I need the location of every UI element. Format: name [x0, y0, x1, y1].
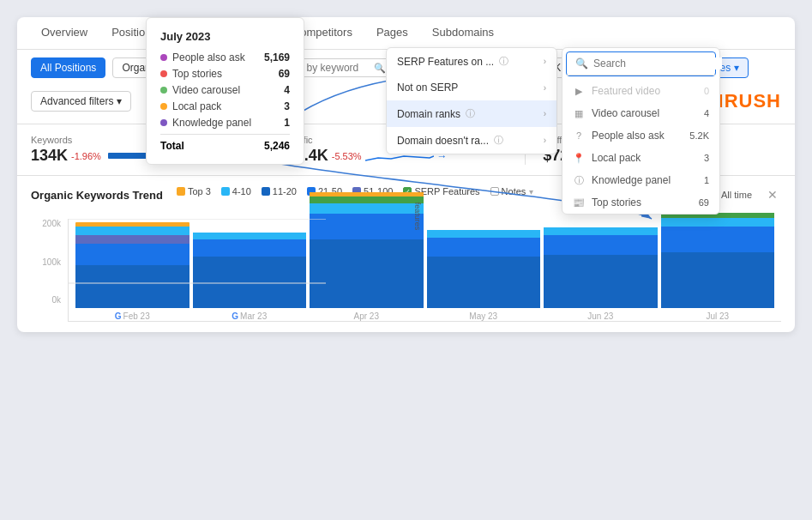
featured-video-icon: ▶: [573, 85, 585, 97]
close-trend-btn[interactable]: ✕: [764, 188, 781, 202]
chart-month-may: May 23: [427, 222, 541, 321]
info-icon-3: ⓘ: [494, 134, 503, 147]
local-pack-icon: 📍: [573, 152, 585, 164]
chart-month-jun: Jun 23: [544, 222, 658, 321]
parent-dropdown-menu: SERP Features on ... ⓘ › Not on SERP › D…: [386, 47, 557, 154]
tab-overview[interactable]: Overview: [31, 17, 98, 49]
chart-y-axis: 200k 100k 0k: [31, 219, 61, 322]
chevron-right-icon: ›: [544, 57, 546, 66]
tooltip-row-1: Top stories 69: [160, 68, 290, 80]
chevron-right-icon: ›: [544, 83, 546, 93]
chevron-down-icon: ▾: [734, 62, 739, 74]
knowledge-panel-icon: ⓘ: [573, 174, 585, 186]
dropdown-item-domain-doesnt-rank[interactable]: Domain doesn't ra... ⓘ ›: [387, 127, 556, 154]
chevron-right-icon: ›: [544, 136, 546, 145]
nav-tabs-bar: Overview Positions Position Changes Comp…: [17, 17, 795, 50]
trend-title: Organic Keywords Trend: [31, 189, 163, 202]
sub-item-knowledge-panel[interactable]: ⓘ Knowledge panel 1: [562, 169, 719, 191]
tooltip-row-4: Knowledge panel 1: [160, 117, 290, 129]
sub-dropdown-menu: 🔍 ▶ Featured video 0 ▦ Video carousel 4 …: [562, 47, 720, 215]
search-input[interactable]: [593, 57, 722, 70]
tooltip-row-2: Video carousel 4: [160, 84, 290, 96]
chart-bars: G Feb 23: [68, 219, 781, 322]
search-box: 🔍: [567, 52, 715, 76]
legend-notes[interactable]: Notes ▾: [490, 186, 534, 197]
chevron-right-icon: ›: [544, 109, 546, 118]
all-positions-btn[interactable]: All Positions: [31, 57, 105, 78]
search-box-wrapper: 🔍: [566, 51, 716, 76]
search-icon: 🔍: [575, 57, 588, 70]
chart-month-feb: G Feb 23: [75, 222, 189, 321]
legend-4-10[interactable]: 4-10: [221, 186, 251, 197]
dropdown-item-serp-features[interactable]: SERP Features on ... ⓘ ›: [387, 48, 556, 75]
tooltip-title: July 2023: [160, 30, 290, 43]
dropdown-item-not-on-serp[interactable]: Not on SERP ›: [387, 75, 556, 100]
time-all-btn[interactable]: All time: [716, 188, 757, 202]
top-stories-icon: 📰: [573, 197, 585, 209]
tooltip-row-3: Local pack 3: [160, 100, 290, 112]
legend-top3[interactable]: Top 3: [177, 186, 211, 197]
sub-item-featured-video[interactable]: ▶ Featured video 0: [562, 80, 719, 102]
sub-item-video-carousel[interactable]: ▦ Video carousel 4: [562, 102, 719, 124]
sub-item-local-pack[interactable]: 📍 Local pack 3: [562, 147, 719, 169]
chart-area: 200k 100k 0k: [31, 210, 781, 322]
keywords-change: -1.96%: [71, 151, 101, 161]
legend-11-20[interactable]: 11-20: [262, 186, 297, 197]
video-carousel-icon: ▦: [573, 107, 585, 119]
traffic-change: -5.53%: [332, 151, 362, 161]
tooltip-row-0: People also ask 5,169: [160, 51, 290, 63]
sub-item-people-also-ask[interactable]: ? People also ask 5.2K: [562, 124, 719, 147]
info-icon-0: ⓘ: [499, 55, 508, 68]
chevron-down-icon: ▾: [117, 95, 122, 107]
july-tooltip: July 2023 People also ask 5,169 Top stor…: [146, 17, 304, 165]
tab-subdomains[interactable]: Subdomains: [422, 17, 504, 49]
tab-pages[interactable]: Pages: [366, 17, 418, 49]
dropdown-item-domain-ranks[interactable]: Domain ranks ⓘ ›: [387, 100, 556, 127]
sub-item-top-stories[interactable]: 📰 Top stories 69: [562, 191, 719, 214]
chart-month-jul: Jul 23: [661, 222, 775, 321]
chart-month-mar: G Mar 23: [193, 222, 307, 321]
tooltip-total: Total 5,246: [160, 140, 290, 152]
info-icon-2: ⓘ: [466, 107, 475, 120]
advanced-filters-btn[interactable]: Advanced filters ▾: [31, 91, 131, 112]
people-also-ask-icon: ?: [573, 130, 585, 142]
search-icon: 🔍: [374, 63, 386, 74]
chart-month-apr: features Apr 23: [310, 221, 424, 321]
